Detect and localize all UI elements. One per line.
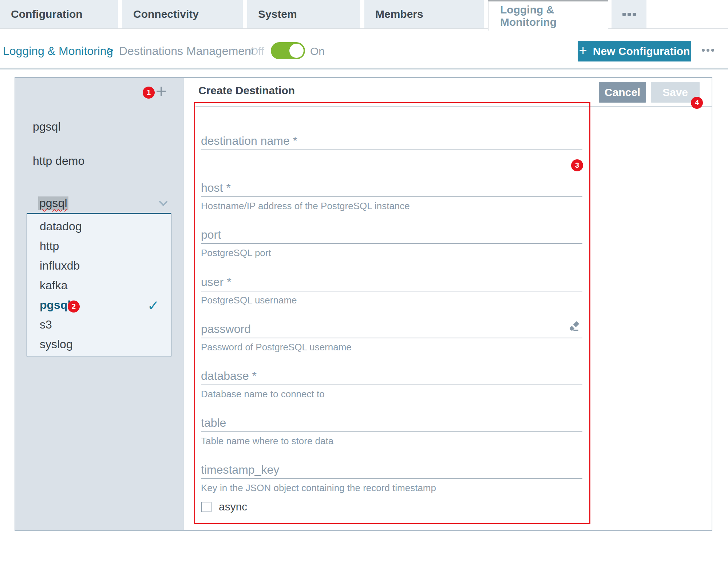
field-underline xyxy=(201,196,582,197)
async-checkbox[interactable] xyxy=(201,502,211,512)
check-icon: ✓ xyxy=(147,297,159,314)
field-placeholder: port xyxy=(201,228,582,242)
combobox-value: pgsql xyxy=(38,196,68,210)
field-port[interactable]: port PostgreSQL port xyxy=(201,228,582,258)
toggle-knob xyxy=(289,44,304,58)
tab-label: Logging & Monitoring xyxy=(500,4,608,28)
field-helper: Password of PostgreSQL username xyxy=(201,342,582,353)
field-placeholder: timestamp_key xyxy=(201,463,582,477)
breadcrumb-current: Destinations Management xyxy=(119,44,254,58)
option-label: influxdb xyxy=(40,259,80,272)
field-underline xyxy=(201,385,582,385)
tab-connectivity[interactable]: Connectivity xyxy=(122,0,243,28)
field-underline xyxy=(201,150,582,150)
dropdown-option-s3[interactable]: s3 xyxy=(27,315,171,334)
header-divider xyxy=(195,106,712,107)
field-helper: Hostname/IP address of the PostgreSQL in… xyxy=(201,200,582,211)
field-database[interactable]: database * Database name to connect to xyxy=(201,369,582,399)
field-underline xyxy=(201,431,582,432)
sidebar-item-pgsql[interactable]: pgsql xyxy=(33,120,61,134)
save-button[interactable]: Save xyxy=(651,82,700,103)
dropdown-option-http[interactable]: http xyxy=(27,236,171,256)
new-configuration-label: New Configuration xyxy=(593,45,690,57)
field-placeholder: user * xyxy=(201,275,582,289)
ellipsis-icon xyxy=(622,13,636,16)
field-table[interactable]: table Table name where to store data xyxy=(201,416,582,446)
sidebar-item-http-demo[interactable]: http demo xyxy=(33,154,84,168)
tab-system[interactable]: System xyxy=(247,0,360,28)
add-destination-button[interactable]: + xyxy=(153,84,170,100)
field-placeholder: password xyxy=(201,322,582,336)
field-user[interactable]: user * PostgreSQL username xyxy=(201,275,582,306)
option-label: pgsql xyxy=(40,298,71,312)
field-helper: Key in the JSON object containing the re… xyxy=(201,482,582,493)
plus-icon: + xyxy=(579,43,587,58)
field-helper: PostgreSQL username xyxy=(201,295,582,306)
toggle-on-label: On xyxy=(310,45,325,57)
tab-label: System xyxy=(258,8,297,20)
dropdown-option-syslog[interactable]: syslog xyxy=(27,334,171,354)
tab-bar-underline xyxy=(0,28,728,29)
field-underline xyxy=(201,338,582,338)
option-label: datadog xyxy=(40,220,82,233)
tab-overflow[interactable] xyxy=(612,0,646,28)
eraser-icon[interactable] xyxy=(565,319,582,335)
cancel-button[interactable]: Cancel xyxy=(599,82,646,103)
field-placeholder: destination name * xyxy=(201,134,582,148)
field-helper: Database name to connect to xyxy=(201,389,582,399)
toggle-off-label: Off xyxy=(250,45,264,57)
tab-configuration[interactable]: Configuration xyxy=(0,0,118,28)
chevron-down-icon xyxy=(159,197,167,206)
option-label: kafka xyxy=(40,279,67,292)
destinations-sidebar: + pgsql http demo pgsql datadog http inf… xyxy=(15,78,184,530)
field-password[interactable]: password Password of PostgreSQL username xyxy=(201,322,582,353)
tab-logging-monitoring[interactable]: Logging & Monitoring xyxy=(488,0,608,31)
async-label: async xyxy=(219,501,247,513)
dropdown-option-datadog[interactable]: datadog xyxy=(27,216,171,236)
tab-bar: Configuration Connectivity System Member… xyxy=(0,0,728,30)
field-host[interactable]: host * Hostname/IP address of the Postgr… xyxy=(201,181,582,211)
more-actions-icon[interactable] xyxy=(702,49,714,52)
field-helper: Table name where to store data xyxy=(201,435,582,446)
dropdown-option-pgsql[interactable]: pgsql ✓ xyxy=(27,295,171,315)
field-placeholder: database * xyxy=(201,369,582,383)
option-label: http xyxy=(40,239,59,253)
new-configuration-button[interactable]: + New Configuration xyxy=(578,41,691,61)
destinations-toggle-switch[interactable] xyxy=(271,42,305,59)
dropdown-option-kafka[interactable]: kafka xyxy=(27,275,171,295)
field-placeholder: host * xyxy=(201,181,582,195)
section-divider xyxy=(0,68,728,69)
breadcrumb-link-logging-monitoring[interactable]: Logging & Monitoring xyxy=(3,44,113,58)
option-label: syslog xyxy=(40,338,73,351)
field-helper: PostgreSQL port xyxy=(201,247,582,258)
tab-members[interactable]: Members xyxy=(364,0,484,28)
tab-label: Connectivity xyxy=(133,8,199,20)
tab-label: Configuration xyxy=(11,8,83,20)
dropdown-option-influxdb[interactable]: influxdb xyxy=(27,256,171,275)
chevron-right-icon: > xyxy=(107,44,114,56)
field-underline xyxy=(201,243,582,244)
page-title: Create Destination xyxy=(198,84,295,97)
async-field: async xyxy=(201,501,247,513)
field-destination-name[interactable]: destination name * xyxy=(201,134,582,150)
tab-label: Members xyxy=(375,8,423,20)
field-underline xyxy=(201,291,582,291)
destination-type-dropdown: datadog http influxdb kafka pgsql ✓ s3 s… xyxy=(27,213,171,357)
field-underline xyxy=(201,478,582,479)
destination-type-combobox[interactable]: pgsql xyxy=(27,196,171,212)
field-timestamp-key[interactable]: timestamp_key Key in the JSON object con… xyxy=(201,463,582,493)
field-placeholder: table xyxy=(201,416,582,430)
option-label: s3 xyxy=(40,318,52,331)
